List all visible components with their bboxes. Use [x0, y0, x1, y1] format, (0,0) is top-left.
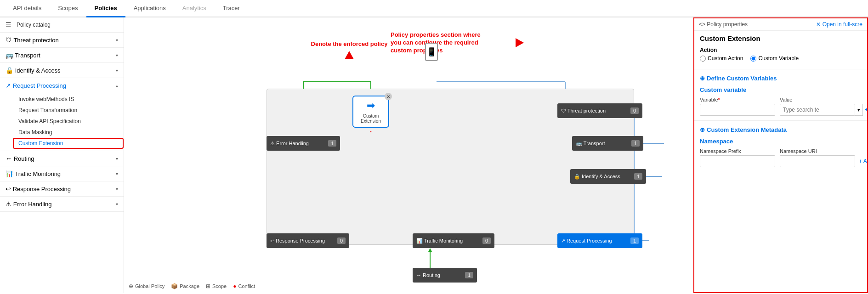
traffic-node-icon: 📊 [416, 238, 423, 243]
tab-analytics[interactable]: Analytics [174, 0, 215, 17]
transport-node-icon: 🚌 [576, 141, 582, 146]
sidebar-section-response-header[interactable]: ↩ Response Processing ▾ [0, 181, 124, 196]
annotation-enforce: Denote the enforced policy [308, 40, 391, 59]
sidebar-section-traffic-header[interactable]: 📊 Traffic Monitoring ▾ [0, 166, 124, 181]
search-dropdown-btn[interactable]: ▾ [855, 104, 863, 116]
custom-extension-node[interactable]: ✕ ➡ CustomExtension [352, 96, 389, 128]
sidebar-item-custom-extension[interactable]: Custom Extension [13, 138, 124, 149]
svg-marker-21 [428, 248, 432, 252]
custom-action-radio-label[interactable]: Custom Action [700, 55, 743, 62]
node-transport[interactable]: 🚌 Transport 1 [572, 136, 643, 151]
shield-node-icon: 🛡 [561, 108, 566, 113]
sidebar-section-identify-header[interactable]: 🔒 Identify & Access ▾ [0, 63, 124, 78]
namespace-prefix-col: Namespace Prefix [700, 148, 775, 167]
traffic-count: 0 [482, 237, 491, 244]
legend: ⊕ Global Policy 📦 Package ⊞ Scope ● Conf… [129, 283, 255, 289]
namespace-uri-input[interactable] [780, 155, 855, 167]
variable-form-row: Variable* Value ▾ + Add [694, 95, 867, 118]
global-policy-icon: ⊕ [129, 283, 133, 289]
value-add-btn[interactable]: + Add [863, 105, 868, 115]
legend-global-policy: ⊕ Global Policy [129, 283, 165, 289]
sidebar-section-transport-header[interactable]: 🚌 Transport ▾ [0, 48, 124, 62]
arrow-up-icon [345, 51, 354, 59]
tab-policies[interactable]: Policies [86, 0, 125, 17]
sidebar-item-invoke[interactable]: Invoke webMethods IS [13, 94, 124, 105]
custom-variable-radio-label[interactable]: Custom Variable [750, 55, 799, 62]
namespace-uri-label: Namespace URI [780, 148, 868, 154]
node-request-processing[interactable]: ↗ Request Processing 1 [557, 233, 642, 248]
custom-action-radio[interactable] [700, 56, 706, 62]
legend-package: 📦 Package [171, 283, 199, 289]
request-count: 1 [630, 237, 639, 244]
chevron-response: ▾ [116, 187, 118, 192]
node-threat-protection[interactable]: 🛡 Threat protection 0 [557, 103, 642, 118]
request-icon: ↗ [6, 82, 11, 89]
sidebar-section-request-header[interactable]: ↗ Request Processing ▴ [0, 78, 124, 93]
sidebar-section-response: ↩ Response Processing ▾ [0, 181, 124, 197]
legend-scope: ⊞ Scope [206, 283, 227, 289]
namespace-prefix-input[interactable] [700, 155, 775, 167]
sidebar-item-validate[interactable]: Validate API Specification [13, 116, 124, 127]
variable-label: Variable* [700, 97, 775, 102]
policy-panel: <> Policy properties ✕ Open in full-scre… [693, 17, 868, 293]
namespace-subheader: Namespace [694, 136, 867, 147]
chevron-transport: ▾ [116, 53, 118, 58]
ext-label: CustomExtension [361, 113, 381, 124]
namespace-add-btn[interactable]: + Add [857, 156, 868, 166]
response-count: 0 [337, 237, 346, 244]
node-routing[interactable]: ↔ Routing 1 [413, 268, 477, 283]
divider-1 [694, 69, 867, 69]
close-button[interactable]: ✕ [385, 93, 392, 100]
sidebar: ☰ Policy catalog 🛡 Threat protection ▾ 🚌… [0, 17, 124, 293]
sidebar-item-masking[interactable]: Data Masking [13, 127, 124, 138]
sidebar-section-routing-header[interactable]: ↔ Routing ▾ [0, 151, 124, 166]
sidebar-section-request: ↗ Request Processing ▴ Invoke webMethods… [0, 78, 124, 151]
variable-input[interactable] [700, 104, 775, 116]
routing-icon: ↔ [6, 155, 12, 162]
open-fullscreen-btn[interactable]: ✕ Open in full-scre [816, 21, 862, 28]
sidebar-section-traffic: 📊 Traffic Monitoring ▾ [0, 166, 124, 181]
sidebar-section-threat-header[interactable]: 🛡 Threat protection ▾ [0, 33, 124, 47]
identify-count: 1 [634, 173, 642, 180]
value-search-input[interactable] [780, 104, 855, 116]
define-custom-vars-link[interactable]: ⊕ Define Custom Variables [694, 72, 867, 85]
routing-count: 1 [465, 272, 473, 278]
response-node-icon: ↩ [270, 238, 274, 243]
hamburger-icon: ☰ [6, 21, 11, 28]
sidebar-item-transform[interactable]: Request Transformation [13, 105, 124, 116]
node-identify-access[interactable]: 🔒 Identify & Access 1 [570, 169, 646, 184]
warning-node-icon: ⚠ [270, 141, 275, 146]
policy-panel-header: <> Policy properties ✕ Open in full-scre [694, 18, 867, 31]
chevron-request: ▴ [116, 83, 118, 88]
bus-icon: 🚌 [6, 51, 13, 59]
namespace-uri-col: Namespace URI + Add [780, 148, 868, 167]
warning-icon: ⚠ [6, 200, 11, 208]
fullscreen-icon: ✕ [816, 21, 821, 28]
tab-api-details[interactable]: API details [5, 0, 50, 17]
tab-tracer[interactable]: Tracer [215, 0, 248, 17]
scope-icon: ⊞ [206, 283, 210, 289]
metadata-link[interactable]: ⊕ Custom Extension Metadata [694, 124, 867, 136]
sidebar-section-identify: 🔒 Identify & Access ▾ [0, 63, 124, 78]
chevron-error: ▾ [116, 202, 118, 207]
lock-icon: 🔒 [6, 67, 13, 74]
sidebar-section-error-header[interactable]: ⚠ Error Handling ▾ [0, 197, 124, 211]
node-error-handling[interactable]: ⚠ Error Handling 1 [267, 136, 340, 151]
canvas-area: Denote the enforced policy Policy proper… [124, 17, 693, 293]
custom-variable-subheader: Custom variable [694, 85, 867, 95]
chevron-routing: ▾ [116, 156, 118, 161]
chevron-threat: ▾ [116, 38, 118, 43]
node-response-processing[interactable]: ↩ Response Processing 0 [267, 233, 349, 248]
tab-scopes[interactable]: Scopes [50, 0, 86, 17]
chevron-identify: ▾ [116, 68, 118, 73]
legend-conflict: ● Conflict [233, 283, 255, 289]
node-traffic-monitoring[interactable]: 📊 Traffic Monitoring 0 [413, 233, 494, 248]
main-layout: ☰ Policy catalog 🛡 Threat protection ▾ 🚌… [0, 17, 868, 293]
sidebar-section-routing: ↔ Routing ▾ [0, 151, 124, 166]
threat-count: 0 [630, 107, 639, 114]
error-handling-count: 1 [328, 140, 336, 147]
ext-arrow-icon: ➡ [367, 100, 375, 112]
divider-2 [694, 120, 867, 121]
tab-applications[interactable]: Applications [125, 0, 174, 17]
custom-variable-radio[interactable] [750, 56, 756, 62]
